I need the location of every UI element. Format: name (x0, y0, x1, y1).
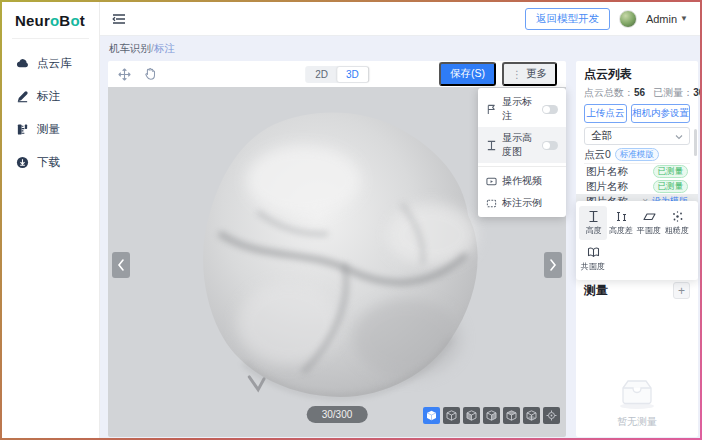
avatar[interactable] (619, 10, 637, 28)
canvas-card: 2D 3D 保存(S) ⋮ 更多 (108, 61, 566, 437)
height-gauge-icon (486, 140, 497, 151)
measure-tool-panel: 高度 高度差 平面度 粗糙度 (576, 201, 698, 280)
coplanarity-icon (587, 246, 600, 259)
sidebar-item-download[interactable]: 下载 (2, 146, 99, 179)
download-icon (16, 156, 29, 169)
image-row[interactable]: 图片名称 已测量 (584, 179, 690, 194)
top-header: 返回模型开发 Admin ▼ (100, 2, 700, 36)
move-tool-icon[interactable] (117, 67, 132, 82)
chevron-down-icon (675, 130, 683, 142)
ruler-icon (16, 123, 29, 136)
menu-item-show-annotations[interactable]: 显示标注 (478, 91, 566, 127)
cube-icon (426, 410, 437, 421)
measured-value: 30 (693, 87, 700, 98)
empty-state: 暂无测量 (584, 375, 690, 429)
cube-icon (506, 410, 517, 421)
sidebar-item-label: 点云库 (37, 56, 72, 71)
measure-section: 测量 + 暂无测量 (576, 275, 698, 437)
menu-item-annotation-example[interactable]: 标注示例 (478, 192, 566, 214)
show-heightmap-toggle[interactable] (542, 141, 558, 150)
upload-pointcloud-button[interactable]: 上传点云 (584, 104, 627, 123)
view-bottom-button[interactable] (523, 407, 540, 424)
view-top-button[interactable] (503, 407, 520, 424)
sidebar: NeuroBot 点云库 标注 测量 下载 (2, 2, 100, 438)
view-left-button[interactable] (483, 407, 500, 424)
view-front-button[interactable] (443, 407, 460, 424)
app-frame: NeuroBot 点云库 标注 测量 下载 返回模型开发 (0, 0, 702, 440)
tool-flatness[interactable]: 平面度 (635, 206, 663, 240)
breadcrumb: 机车识别/标注 (109, 42, 698, 56)
prev-image-button[interactable] (112, 252, 130, 278)
tool-coplanarity[interactable]: 共面度 (579, 242, 607, 276)
menu-item-show-heightmap[interactable]: 显示高度图 (478, 127, 566, 163)
cube-icon (446, 410, 457, 421)
template-tag: 标准模版 (615, 148, 659, 161)
more-button[interactable]: ⋮ 更多 (502, 62, 557, 86)
sidebar-collapse-icon[interactable] (112, 12, 126, 26)
view-orientation-bar (423, 407, 560, 424)
height-icon (587, 210, 600, 223)
logo-gear-icon: o (70, 12, 79, 29)
height-diff-icon (615, 210, 628, 223)
measured-tag: 已测量 (653, 180, 689, 193)
chevron-left-icon (117, 259, 125, 271)
total-value: 56 (634, 87, 645, 98)
view-back-button[interactable] (463, 407, 480, 424)
sidebar-item-label: 标注 (37, 89, 60, 104)
view-center-button[interactable] (543, 407, 560, 424)
add-measure-button[interactable]: + (673, 282, 690, 299)
pointcloud-item[interactable]: 点云0 标准模版 (584, 147, 690, 162)
measured-tag: 已测量 (653, 165, 689, 178)
back-to-model-dev-button[interactable]: 返回模型开发 (525, 8, 610, 30)
sidebar-item-annotation[interactable]: 标注 (2, 80, 99, 113)
cube-icon (466, 410, 477, 421)
hand-pan-icon[interactable] (143, 67, 157, 81)
image-name: 图片名称 (586, 180, 628, 194)
roughness-icon (671, 210, 684, 223)
main-column: 返回模型开发 Admin ▼ 机车识别/标注 (100, 2, 700, 438)
divider (478, 166, 566, 167)
mode-2d-button[interactable]: 2D (306, 67, 337, 82)
save-button[interactable]: 保存(S) (439, 62, 496, 86)
logo-gear-icon: o (50, 12, 59, 29)
page: NeuroBot 点云库 标注 测量 下载 返回模型开发 (2, 2, 700, 438)
breadcrumb-current: 标注 (154, 42, 175, 54)
chevron-down-icon: ▼ (680, 14, 688, 23)
target-icon (546, 410, 557, 421)
breadcrumb-parent[interactable]: 机车识别 (109, 42, 151, 54)
divider (12, 38, 89, 39)
content-area: 机车识别/标注 2D 3D (100, 36, 700, 438)
video-icon (486, 176, 497, 187)
next-image-button[interactable] (544, 252, 562, 278)
camera-intrinsics-button[interactable]: 相机内参设置 (631, 104, 690, 123)
filter-value: 全部 (591, 129, 612, 143)
sidebar-item-measure[interactable]: 测量 (2, 113, 99, 146)
image-row[interactable]: 图片名称 已测量 (584, 164, 690, 179)
pointcloud-panel: 点云列表 点云总数：56 已测量：30 上传点云 相机内参设置 全部 点云0 (576, 61, 698, 437)
filter-select[interactable]: 全部 (584, 127, 690, 145)
tool-height[interactable]: 高度 (579, 206, 607, 240)
menu-item-tutorial-video[interactable]: 操作视频 (478, 170, 566, 192)
app-logo: NeuroBot (2, 2, 99, 38)
logo-text: Neur (15, 12, 50, 29)
measured-label: 已测量： (653, 87, 693, 98)
image-name: 图片名称 (586, 165, 628, 179)
pointcloud-name: 点云0 (584, 148, 611, 162)
total-label: 点云总数： (584, 87, 634, 98)
show-annotations-toggle[interactable] (542, 105, 558, 114)
view-mode-switch: 2D 3D (305, 66, 369, 83)
tool-height-difference[interactable]: 高度差 (607, 206, 635, 240)
mode-3d-button[interactable]: 3D (337, 67, 368, 82)
measure-title: 测量 (584, 282, 608, 299)
more-dropdown-menu: 显示标注 显示高度图 操作视频 (478, 88, 566, 217)
user-menu[interactable]: Admin ▼ (646, 13, 688, 25)
tool-roughness[interactable]: 粗糙度 (663, 206, 691, 240)
scrollbar-thumb[interactable] (694, 129, 697, 156)
panel-stats: 点云总数：56 已测量：30 (584, 86, 690, 100)
empty-text: 暂无测量 (617, 415, 657, 429)
pen-icon (16, 90, 29, 103)
sidebar-item-pointcloud-library[interactable]: 点云库 (2, 47, 99, 80)
view-iso-button[interactable] (423, 407, 440, 424)
cloud-icon (16, 57, 29, 70)
chevron-right-icon (549, 259, 557, 271)
